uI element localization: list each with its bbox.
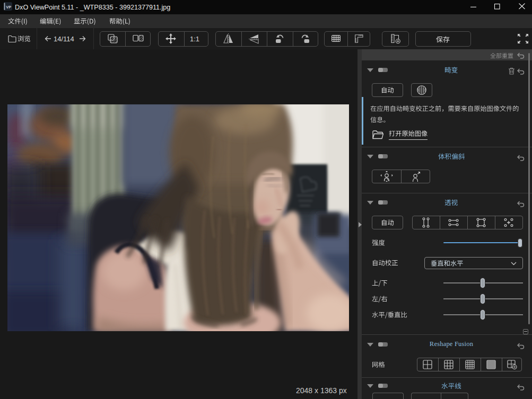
svg-text:VP: VP (6, 5, 11, 10)
